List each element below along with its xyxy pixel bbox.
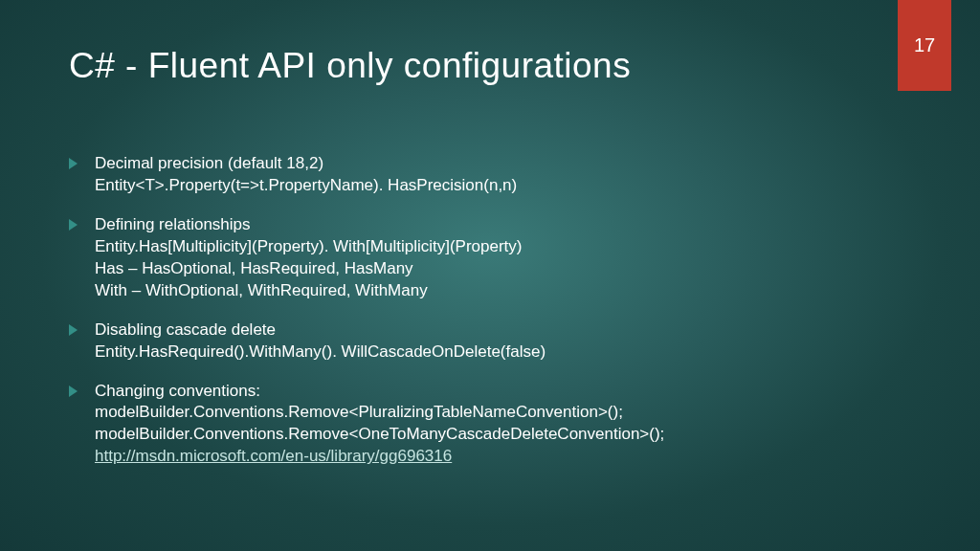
bullet-text: Defining relationships Entity.Has[Multip… bbox=[95, 214, 923, 302]
bullet-line: modelBuilder.Conventions.Remove<OneToMan… bbox=[95, 425, 664, 443]
chevron-right-icon bbox=[69, 158, 78, 169]
bullet-item: Defining relationships Entity.Has[Multip… bbox=[69, 214, 923, 302]
page-number-badge: 17 bbox=[898, 0, 951, 91]
chevron-right-icon bbox=[69, 386, 78, 397]
msdn-link[interactable]: http://msdn.microsoft.com/en-us/library/… bbox=[95, 447, 452, 465]
bullet-item: Disabling cascade delete Entity.HasRequi… bbox=[69, 320, 923, 364]
bullet-item: Changing conventions: modelBuilder.Conve… bbox=[69, 381, 923, 469]
bullet-line: Defining relationships bbox=[95, 215, 251, 233]
bullet-text: Changing conventions: modelBuilder.Conve… bbox=[95, 381, 923, 469]
bullet-text: Decimal precision (default 18,2) Entity<… bbox=[95, 153, 923, 197]
chevron-right-icon bbox=[69, 219, 78, 231]
page-number-text: 17 bbox=[914, 34, 935, 56]
bullet-item: Decimal precision (default 18,2) Entity<… bbox=[69, 153, 923, 197]
bullet-text: Disabling cascade delete Entity.HasRequi… bbox=[95, 320, 923, 364]
bullet-line: Changing conventions: bbox=[95, 382, 260, 400]
bullet-line: Entity.Has[Multiplicity](Property). With… bbox=[95, 237, 523, 255]
bullet-line: With – WithOptional, WithRequired, WithM… bbox=[95, 281, 428, 299]
bullet-line: Entity.HasRequired().WithMany(). WillCas… bbox=[95, 342, 546, 361]
chevron-right-icon bbox=[69, 324, 78, 336]
bullet-line: Has – HasOptional, HasRequired, HasMany bbox=[95, 259, 413, 277]
bullet-line: Entity<T>.Property(t=>t.PropertyName). H… bbox=[95, 176, 517, 194]
content-area: Decimal precision (default 18,2) Entity<… bbox=[69, 153, 923, 485]
bullet-line: Decimal precision (default 18,2) bbox=[95, 154, 323, 172]
bullet-line: modelBuilder.Conventions.Remove<Pluraliz… bbox=[95, 403, 623, 421]
slide-title: C# - Fluent API only configurations bbox=[69, 46, 631, 86]
bullet-line: Disabling cascade delete bbox=[95, 320, 276, 339]
